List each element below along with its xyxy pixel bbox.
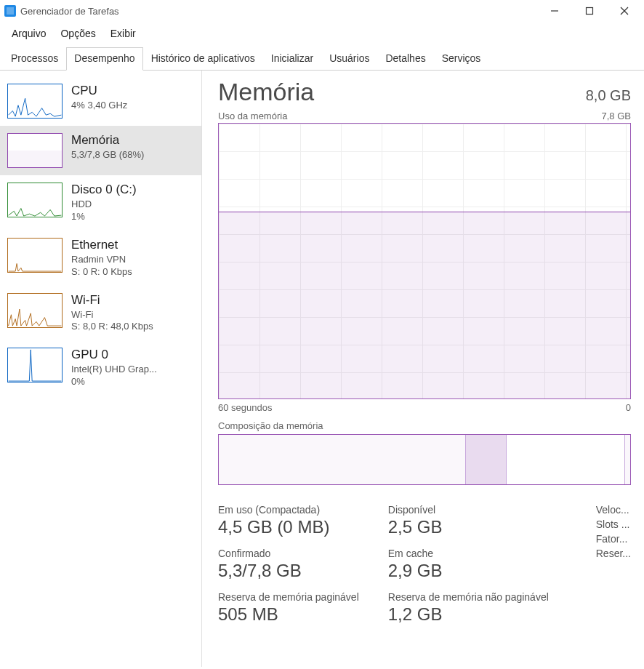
sidebar-gpu-title: GPU 0 [71, 348, 157, 362]
stat-paged-val: 505 MB [218, 604, 359, 625]
chart-max: 7,8 GB [602, 111, 631, 121]
tab-performance[interactable]: Desempenho [66, 47, 142, 71]
minimize-button[interactable] [538, 0, 571, 22]
stat-cache-val: 2,9 GB [388, 561, 549, 581]
sidebar-memory-sub: 5,3/7,8 GB (68%) [71, 149, 144, 161]
hw-reserved: Reser... [596, 548, 631, 559]
sidebar-item-cpu[interactable]: CPU 4% 3,40 GHz [0, 76, 201, 126]
tab-startup[interactable]: Inicializar [263, 47, 321, 71]
stat-commit-val: 5,3/7,8 GB [218, 561, 359, 581]
svg-rect-1 [587, 8, 593, 15]
chart-x-left: 60 segundos [218, 402, 272, 413]
app-icon [4, 5, 16, 17]
memory-composition-chart [218, 434, 631, 485]
stat-cache-label: Em cache [388, 548, 549, 559]
sidebar-memory-title: Memória [71, 133, 144, 148]
stat-commit-label: Confirmado [218, 548, 359, 559]
stat-avail-label: Disponível [388, 504, 549, 516]
composition-label: Composição da memória [218, 420, 631, 431]
titlebar: Gerenciador de Tarefas [0, 0, 644, 22]
memory-fill [219, 212, 630, 398]
stat-avail-val: 2,5 GB [388, 517, 549, 537]
stat-nonpaged-val: 1,2 GB [388, 604, 549, 625]
memory-thumb-icon [7, 133, 63, 168]
menubar: Arquivo Opções Exibir [0, 22, 644, 47]
disk-thumb-icon [7, 183, 63, 217]
sidebar-disk-sub2: 1% [71, 211, 137, 223]
sidebar: CPU 4% 3,40 GHz Memória 5,3/7,8 GB (68%)… [0, 71, 202, 667]
main-panel: Memória 8,0 GB Uso da memória 7,8 GB 60 … [202, 71, 644, 667]
sidebar-gpu-sub1: Intel(R) UHD Grap... [71, 364, 157, 376]
comp-reserved [624, 435, 630, 484]
gpu-thumb-icon [7, 348, 63, 382]
ethernet-thumb-icon [7, 238, 63, 273]
sidebar-disk-sub1: HDD [71, 199, 137, 211]
sidebar-wifi-title: Wi-Fi [71, 293, 153, 308]
stat-inuse-val: 4,5 GB (0 MB) [218, 517, 359, 537]
tab-users[interactable]: Usuários [321, 47, 377, 71]
menu-file[interactable]: Arquivo [6, 25, 52, 42]
sidebar-item-gpu[interactable]: GPU 0 Intel(R) UHD Grap... 0% [0, 340, 201, 396]
hw-form: Fator... [596, 533, 631, 545]
comp-standby-free [507, 435, 624, 484]
chart-label: Uso da memória [218, 111, 287, 121]
sidebar-item-ethernet[interactable]: Ethernet Radmin VPN S: 0 R: 0 Kbps [0, 231, 201, 286]
maximize-button[interactable] [573, 0, 606, 22]
hw-speed: Veloc... [596, 504, 631, 516]
sidebar-eth-sub2: S: 0 R: 0 Kbps [71, 266, 132, 279]
memory-usage-chart [218, 123, 631, 399]
menu-options[interactable]: Opções [55, 25, 101, 42]
tab-apphistory[interactable]: Histórico de aplicativos [143, 47, 263, 71]
window-title: Gerenciador de Tarefas [20, 6, 119, 17]
memory-total: 8,0 GB [586, 87, 631, 104]
sidebar-wifi-sub1: Wi-Fi [71, 309, 153, 321]
tab-details[interactable]: Detalhes [377, 47, 433, 71]
sidebar-cpu-sub: 4% 3,40 GHz [71, 100, 127, 112]
sidebar-item-memory[interactable]: Memória 5,3/7,8 GB (68%) [0, 126, 201, 175]
memory-stats: Em uso (Compactada) 4,5 GB (0 MB) Confir… [218, 504, 631, 635]
sidebar-cpu-title: CPU [71, 84, 127, 98]
stat-paged-label: Reserva de memória paginável [218, 591, 359, 603]
sidebar-wifi-sub2: S: 8,0 R: 48,0 Kbps [71, 321, 153, 333]
page-title: Memória [218, 78, 314, 106]
stat-nonpaged-label: Reserva de memória não paginável [388, 591, 549, 603]
tab-processes[interactable]: Processos [3, 47, 66, 71]
wifi-thumb-icon [7, 293, 63, 328]
memory-hw-info: Veloc... Slots ... Fator... Reser... [596, 504, 631, 635]
stat-inuse-label: Em uso (Compactada) [218, 504, 359, 516]
chart-x-right: 0 [626, 402, 631, 413]
sidebar-item-wifi[interactable]: Wi-Fi Wi-Fi S: 8,0 R: 48,0 Kbps [0, 286, 201, 341]
sidebar-eth-title: Ethernet [71, 238, 132, 252]
hw-slots: Slots ... [596, 518, 631, 530]
cpu-thumb-icon [7, 84, 63, 119]
menu-view[interactable]: Exibir [105, 25, 142, 42]
comp-inuse [219, 435, 466, 484]
sidebar-eth-sub1: Radmin VPN [71, 254, 132, 266]
sidebar-item-disk[interactable]: Disco 0 (C:) HDD 1% [0, 175, 201, 231]
sidebar-disk-title: Disco 0 (C:) [71, 183, 137, 197]
close-button[interactable] [608, 0, 641, 22]
sidebar-gpu-sub2: 0% [71, 376, 157, 388]
tabs: Processos Desempenho Histórico de aplica… [0, 47, 644, 71]
comp-modified [466, 435, 507, 484]
tab-services[interactable]: Serviços [434, 47, 489, 71]
